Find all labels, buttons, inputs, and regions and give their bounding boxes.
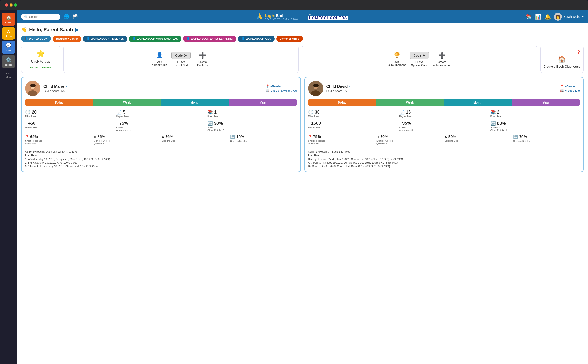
marie-clozes: ≡ 75% ClozesAttempted: 15 [116, 121, 206, 131]
resource-tab-wb2[interactable]: Biography Center [53, 36, 81, 42]
david-reading-history: Currently Reading A Bug's Life, 40% Last… [308, 148, 580, 168]
david-words-read: ≡ 1500 Words Read [308, 121, 398, 131]
wb6-icon: 📘 [242, 37, 245, 40]
david-mins-read: 🕐 30 Mins Read [308, 109, 398, 118]
resource-tab-wb6[interactable]: 📘 WORLD BOOK KIDS [238, 36, 274, 42]
david-current-reading: Currently Reading A Bug's Life, 40% [308, 150, 580, 153]
david-tab-today[interactable]: Today [308, 99, 376, 106]
marie-book-link[interactable]: 📖 Diary of a Wimpy Kid [266, 89, 297, 92]
tagline: READ. WRITE. LEARN. GROW. [265, 18, 299, 20]
join-tournament-label: Join [388, 60, 405, 63]
sidebar-item-home[interactable]: 🏠 Home [2, 13, 15, 26]
tournament-code-button[interactable]: Code ➤ [410, 52, 429, 59]
resource-tab-wb4[interactable]: 📘 WORLD BOOK MAPS and ATLAS [129, 36, 181, 42]
marie-ereader-label: eReader [270, 85, 281, 88]
for-label: for [308, 13, 311, 16]
have-code-book-club[interactable]: Code ➤ I HaveSpecial Code [171, 52, 190, 67]
children-row: Child Marie › Lexile score: 650 📍 eReade… [21, 77, 584, 172]
create-tournament[interactable]: ➕ Create a Tournament [433, 52, 450, 67]
david-stats-row3: ❓ 75% Short ResponceQuestions ⊞ 90% [308, 135, 580, 145]
sidebar-item-more[interactable]: ••• More [2, 69, 15, 81]
child-david-arrow-icon[interactable]: › [349, 85, 350, 88]
create-tournament-sublabel: a Tournament [433, 64, 450, 67]
pin-icon: 📍 [266, 84, 269, 88]
flag-icon[interactable]: 🏳️ [72, 14, 78, 20]
sidebar-item-chat[interactable]: 💬 Chat [2, 40, 15, 54]
help-icon: ❓ [577, 50, 580, 54]
star-icon: ⭐ [36, 50, 45, 58]
buy-licenses-card[interactable]: ⭐ Click to buy extra licenses [21, 46, 60, 73]
marie-tab-week[interactable]: Week [93, 99, 161, 106]
wb4-icon: 📘 [132, 37, 136, 40]
marie-stats-row2: ≡ 450 Words Read ≡ 75% ClozesAtte [25, 121, 297, 131]
header-icons: 📚 📊 🔔 [525, 14, 551, 20]
bell-icon[interactable]: 🔔 [544, 14, 551, 20]
child-david-lexile: Lexile score: 720 [327, 89, 557, 93]
marie-mins-read: 🕐 20 Mins Read [25, 109, 115, 118]
david-book-link[interactable]: 📖 A Bug's Life [560, 89, 580, 92]
marie-mins-value: 20 [32, 110, 37, 115]
book-icon[interactable]: 📚 [525, 14, 532, 20]
david-pages-read: 📄 15 Pages Read [399, 109, 489, 118]
child-card-david: Child David › Lexile score: 720 📍 eReade… [304, 77, 584, 172]
buy-sublabel: extra licenses [30, 65, 51, 69]
sidebar-item-library-label: Library [5, 35, 12, 38]
sidebar-item-badges[interactable]: ⚙️ Badges [2, 55, 15, 68]
create-tournament-label: Create [433, 60, 450, 64]
child-marie-reading: 📍 eReader 📖 Diary of a Wimpy Kid [266, 84, 297, 92]
marie-srq-label: Short ResponceQuestions [25, 140, 92, 145]
wb5-icon: 📘 [187, 37, 190, 40]
book-club-card: 👤 Join a Book Club Code ➤ [63, 46, 299, 73]
david-tab-month[interactable]: Month [444, 99, 512, 106]
create-sublabel: a Book Club [195, 64, 210, 67]
david-tab-week[interactable]: Week [376, 99, 444, 106]
search-bar[interactable]: 🔍 [21, 14, 60, 20]
david-words-icon: ≡ [308, 122, 310, 125]
david-book-label: A Bug's Life [565, 89, 580, 92]
code-label: Code [175, 54, 183, 57]
action-cards: ⭐ Click to buy extra licenses 👤 Join a B… [21, 46, 584, 73]
david-spelling-bee-icon: A [445, 135, 447, 139]
chevron-down-icon: ▾ [582, 15, 584, 18]
david-clozes: ≡ 95% ClozesAttempted: 30 [399, 121, 489, 131]
globe-icon[interactable]: 🌐 [63, 14, 69, 20]
david-cloze-icon: ≡ [399, 122, 401, 125]
play-button[interactable]: ▶ [75, 27, 78, 32]
david-books-value: 2 [497, 110, 500, 115]
sidebar-item-library[interactable]: W Library [2, 27, 15, 40]
wb4-label: WORLD BOOK MAPS and ATLAS [137, 37, 178, 40]
badges-icon: ⚙️ [6, 57, 12, 63]
join-book-club[interactable]: 👤 Join a Book Club [152, 52, 167, 66]
david-spelling-retake-label: Spelling Retake [513, 140, 580, 142]
marie-ereader-link[interactable]: 📍 eReader [266, 84, 297, 88]
spelling-bee-icon: A [162, 135, 164, 139]
david-tab-year[interactable]: Year [512, 99, 580, 106]
create-book-club[interactable]: ➕ Create a Book Club [195, 52, 210, 67]
tournament-card: 🏆 Join a Tournament Code ➤ [302, 46, 537, 73]
search-input[interactable] [29, 15, 57, 18]
child-marie-arrow-icon[interactable]: › [66, 85, 67, 88]
resource-tab-wb5[interactable]: 📘 WORLD BOOK EARLY LEARNING [183, 36, 236, 42]
chart-icon[interactable]: 📊 [535, 14, 541, 20]
clubhouse-card[interactable]: ❓ 🏠 Create a Book Clubhouse [540, 46, 584, 73]
resource-tab-wb1[interactable]: 📘 WORLD BOOK [21, 36, 51, 42]
resource-tab-wb3[interactable]: 📘 WORLD BOOK TIMELINES [83, 36, 127, 42]
have-code-tournament[interactable]: Code ➤ I HaveSpecial Code [410, 52, 429, 67]
david-mins-label: Mins Read [308, 115, 398, 118]
marie-stats-row3: ❓ 65% Short ResponceQuestions ⊞ 85% [25, 135, 297, 145]
marie-mcq: ⊞ 85% Multiple ChoiceQuestions [93, 135, 160, 145]
resource-tab-wb7[interactable]: Lerner SPORTS [276, 36, 303, 42]
marie-tab-today[interactable]: Today [25, 99, 93, 106]
david-ereader-link[interactable]: 📍 eReader [560, 84, 580, 88]
sidebar-item-badges-label: Badges [4, 64, 12, 66]
david-spelling-bee: A 90% Spelling Bee [445, 135, 511, 145]
user-info[interactable]: 👩 Sarah Webb ▾ [554, 13, 584, 21]
buy-label: Click to buy [31, 60, 51, 64]
code-button[interactable]: Code ➤ [171, 52, 190, 59]
join-tournament[interactable]: 🏆 Join a Tournament [388, 52, 405, 66]
join-label: Join [152, 60, 167, 63]
greeting: 👋 Hello, Parent Sarah ▶ [21, 27, 584, 32]
marie-period-tabs: Today Week Month Year [25, 99, 297, 106]
marie-tab-year[interactable]: Year [229, 99, 297, 106]
marie-tab-month[interactable]: Month [161, 99, 229, 106]
